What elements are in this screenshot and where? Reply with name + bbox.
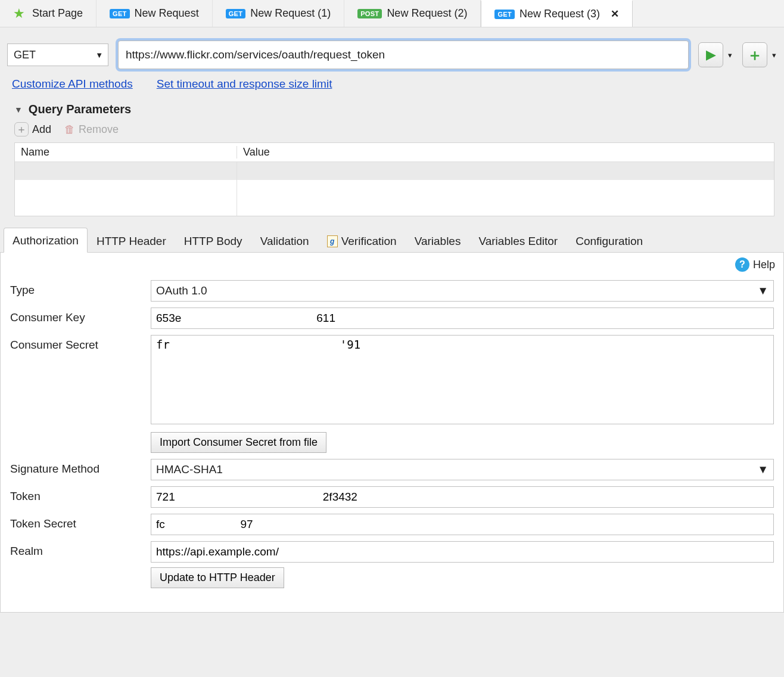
query-parameters-toolbar: ＋ Add 🗑 Remove [14, 122, 774, 136]
lower-tabbar: Authorization HTTP Header HTTP Body Vali… [0, 227, 784, 253]
add-request-button[interactable]: ＋ [742, 42, 767, 67]
add-label: Add [32, 123, 51, 136]
url-value: https://www.flickr.com/services/oauth/re… [126, 48, 385, 61]
run-request-button[interactable]: ▶ [698, 42, 723, 67]
customize-api-methods-link[interactable]: Customize API methods [12, 77, 133, 91]
table-header: Name Value [15, 143, 774, 162]
table-row[interactable] [15, 198, 774, 216]
help-label[interactable]: Help [753, 259, 775, 271]
cell-name[interactable] [15, 180, 237, 198]
signature-method-value: HMAC-SHA1 [156, 463, 223, 476]
tab-start-page[interactable]: ★ Start Page [0, 0, 97, 27]
lower-panel: Authorization HTTP Header HTTP Body Vali… [0, 227, 784, 613]
column-header-value[interactable]: Value [237, 146, 774, 159]
set-timeout-link[interactable]: Set timeout and response size limit [157, 77, 332, 91]
tab-http-body[interactable]: HTTP Body [175, 228, 251, 253]
run-dropdown-caret-icon[interactable]: ▾ [726, 51, 733, 60]
label-consumer-key: Consumer Key [10, 308, 151, 324]
tab-configuration[interactable]: Configuration [567, 228, 652, 253]
auth-type-value: OAuth 1.0 [156, 284, 207, 297]
cell-value[interactable] [237, 180, 774, 198]
tab-authorization[interactable]: Authorization [4, 228, 88, 253]
cell-value[interactable] [237, 162, 774, 180]
query-parameters-table: Name Value [14, 142, 774, 216]
dropdown-caret-icon: ▼ [757, 463, 769, 476]
method-badge-get-icon: GET [110, 9, 130, 18]
tab-label: New Request (2) [387, 7, 467, 20]
tab-label: New Request (3) [519, 8, 600, 20]
token-secret-input[interactable] [151, 514, 774, 535]
tab-validation[interactable]: Validation [251, 228, 318, 253]
add-dropdown-caret-icon[interactable]: ▾ [770, 51, 777, 60]
tab-label: New Request (1) [250, 7, 331, 20]
url-input[interactable]: https://www.flickr.com/services/oauth/re… [118, 41, 689, 69]
dropdown-caret-icon: ▼ [757, 284, 769, 297]
section-title: Query Parameters [29, 103, 131, 116]
tab-label: Start Page [32, 7, 83, 20]
tab-verification[interactable]: g Verification [318, 228, 406, 253]
cell-name[interactable] [15, 198, 237, 216]
remove-label: Remove [79, 123, 119, 136]
script-file-icon: g [327, 235, 338, 247]
cell-name[interactable] [15, 162, 237, 180]
query-parameters-section: ▼ Query Parameters ＋ Add 🗑 Remove Name V… [0, 103, 784, 216]
add-button-group: ＋ ▾ [742, 42, 777, 67]
method-badge-post-icon: POST [357, 9, 382, 18]
label-realm: Realm [10, 541, 151, 558]
http-method-select[interactable]: GET ▼ [7, 44, 108, 66]
column-header-name[interactable]: Name [15, 146, 237, 159]
link-row: Customize API methods Set timeout and re… [0, 77, 784, 103]
label-token-secret: Token Secret [10, 514, 151, 530]
label-consumer-secret: Consumer Secret [10, 335, 151, 352]
tab-new-request[interactable]: GET New Request [97, 0, 213, 27]
close-tab-icon[interactable]: ✕ [611, 8, 619, 20]
auth-type-select[interactable]: OAuth 1.0 ▼ [151, 280, 774, 302]
trash-icon: 🗑 [64, 123, 75, 136]
dropdown-caret-icon: ▼ [95, 51, 103, 60]
query-parameters-header[interactable]: ▼ Query Parameters [14, 103, 774, 116]
http-method-value: GET [14, 49, 36, 61]
signature-method-select[interactable]: HMAC-SHA1 ▼ [151, 459, 774, 480]
help-row: ? Help [1, 253, 783, 274]
tab-new-request-2[interactable]: POST New Request (2) [344, 0, 481, 27]
tab-variables[interactable]: Variables [406, 228, 470, 253]
tab-new-request-3[interactable]: GET New Request (3) ✕ [481, 0, 633, 27]
plus-circle-icon: ＋ [14, 122, 29, 136]
realm-input[interactable] [151, 541, 774, 563]
cell-value[interactable] [237, 198, 774, 216]
authorization-form: Type OAuth 1.0 ▼ Consumer Key Consumer S… [1, 274, 783, 588]
tab-http-header[interactable]: HTTP Header [88, 228, 175, 253]
collapse-triangle-icon[interactable]: ▼ [14, 105, 23, 114]
remove-parameter-button[interactable]: 🗑 Remove [64, 123, 119, 136]
plus-icon: ＋ [747, 45, 763, 66]
star-icon: ★ [13, 6, 25, 21]
play-icon: ▶ [706, 47, 716, 63]
add-parameter-button[interactable]: ＋ Add [14, 122, 51, 136]
table-row[interactable] [15, 162, 774, 180]
tab-verification-label: Verification [341, 235, 397, 248]
tab-variables-editor[interactable]: Variables Editor [469, 228, 567, 253]
update-http-header-button[interactable]: Update to HTTP Header [151, 567, 284, 588]
table-row[interactable] [15, 180, 774, 198]
document-tabbar: ★ Start Page GET New Request GET New Req… [0, 0, 784, 27]
authorization-panel: ? Help Type OAuth 1.0 ▼ Consumer Key [0, 253, 784, 613]
help-icon[interactable]: ? [735, 257, 749, 272]
tab-label: New Request [135, 7, 199, 20]
consumer-key-input[interactable] [151, 308, 774, 329]
method-badge-get-icon: GET [494, 10, 515, 19]
label-auth-type: Type [10, 280, 151, 297]
token-input[interactable] [151, 486, 774, 508]
label-signature-method: Signature Method [10, 459, 151, 476]
request-row: GET ▼ https://www.flickr.com/services/oa… [0, 27, 784, 77]
consumer-secret-input[interactable] [151, 335, 774, 424]
run-button-group: ▶ ▾ [698, 42, 733, 67]
import-consumer-secret-button[interactable]: Import Consumer Secret from file [151, 432, 326, 453]
method-badge-get-icon: GET [226, 9, 246, 18]
tab-new-request-1[interactable]: GET New Request (1) [213, 0, 345, 27]
label-token: Token [10, 486, 151, 503]
